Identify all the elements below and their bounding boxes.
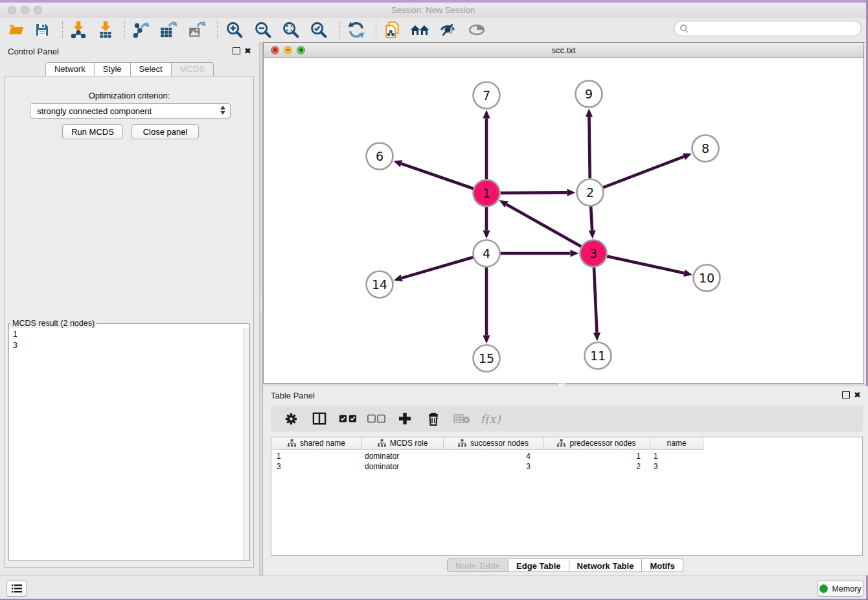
hierarchy-icon (378, 439, 386, 447)
open-folder-icon[interactable] (5, 20, 27, 40)
split-columns-icon[interactable] (310, 410, 329, 427)
column-header[interactable]: MCDS role (362, 437, 444, 450)
homes-icon[interactable] (409, 20, 431, 40)
graph-edge[interactable] (594, 267, 597, 332)
application-window: Session: New Session (0, 0, 868, 600)
tab-mcds[interactable]: MCDS (172, 62, 214, 76)
memory-status-icon (819, 584, 828, 593)
run-mcds-button[interactable]: Run MCDS (62, 124, 123, 139)
graph-edge[interactable] (589, 117, 589, 178)
table-row[interactable]: 3 dominator 3 2 3 (271, 461, 862, 472)
float-panel-icon[interactable] (233, 47, 240, 54)
toolbar-separator (124, 21, 126, 38)
graph-node-label: 9 (585, 87, 593, 101)
tab-select[interactable]: Select (131, 62, 172, 76)
duplicate-network-icon[interactable] (382, 20, 404, 40)
graph-edge-arrowhead (683, 153, 692, 159)
deselect-all-icon[interactable] (367, 410, 386, 427)
delete-icon[interactable] (424, 410, 443, 427)
list-icon (12, 584, 22, 593)
add-icon[interactable] (395, 410, 415, 427)
graph-node-label: 7 (483, 88, 490, 102)
node-table[interactable]: shared name MCDS role successor nodes pr… (271, 437, 863, 556)
mcds-panel-body: Optimization criterion: strongly connect… (5, 76, 254, 568)
table-row[interactable]: 1 dominator 4 1 1 (271, 451, 862, 461)
network-graph[interactable]: 1234678910111415 (264, 58, 863, 383)
select-stepper-icon (220, 106, 225, 115)
graph-edge[interactable] (402, 257, 473, 278)
show-panel-list-button[interactable] (6, 581, 27, 597)
control-panel: Control Panel ✖ Network Style Select MCD… (0, 42, 259, 575)
float-panel-icon[interactable] (842, 391, 850, 398)
function-builder-icon[interactable]: f(x) (481, 410, 500, 427)
graph-node-label: 15 (479, 351, 494, 365)
close-panel-icon[interactable]: ✖ (244, 47, 251, 55)
memory-button[interactable]: Memory (817, 581, 863, 597)
cell-name: 1 (654, 452, 658, 461)
titlebar[interactable]: Session: New Session (0, 3, 866, 19)
graph-edge[interactable] (402, 164, 474, 189)
network-window-titlebar[interactable]: scc.txt (264, 43, 863, 58)
result-scrollbar[interactable] (243, 328, 249, 560)
tab-edge-table[interactable]: Edge Table (508, 559, 569, 572)
column-header[interactable]: predecessor nodes (543, 437, 650, 450)
network-canvas[interactable]: 1234678910111415 (264, 58, 863, 383)
select-all-icon[interactable] (338, 410, 358, 427)
graph-edge[interactable] (500, 192, 567, 193)
toolbar-separator (376, 21, 377, 38)
cell-shared-name: 1 (277, 452, 281, 461)
graph-edge[interactable] (607, 257, 684, 273)
eye-icon[interactable] (466, 20, 488, 40)
graph-node-label: 10 (699, 271, 714, 285)
cell-successor-nodes: 4 (492, 452, 531, 461)
column-label: name (667, 439, 686, 448)
vertical-split-handle[interactable] (260, 295, 262, 314)
tab-motifs[interactable]: Motifs (642, 559, 683, 572)
main-toolbar (0, 18, 866, 43)
zoom-in-icon[interactable] (223, 20, 246, 40)
close-panel-button[interactable]: Close panel (131, 124, 199, 139)
graph-edge-arrowhead (394, 275, 403, 282)
save-icon[interactable] (31, 20, 53, 40)
search-field[interactable] (674, 21, 862, 36)
zoom-out-icon[interactable] (252, 20, 274, 40)
cell-successor-nodes: 3 (492, 462, 531, 471)
zoom-fit-icon[interactable] (280, 20, 302, 40)
cell-name: 3 (654, 462, 658, 471)
refresh-icon[interactable] (345, 20, 367, 40)
hide-eye-icon[interactable] (437, 20, 459, 40)
export-image-icon[interactable] (186, 20, 208, 40)
tab-node-table[interactable]: Node Table (447, 559, 508, 572)
graph-edge[interactable] (603, 157, 684, 188)
import-table-icon[interactable] (95, 20, 117, 40)
status-bar: Memory (0, 575, 866, 599)
graph-edge-arrowhead (567, 189, 575, 196)
toolbar-separator (217, 21, 218, 38)
column-header[interactable]: name (650, 437, 703, 450)
export-network-icon[interactable] (130, 20, 152, 40)
memory-label: Memory (832, 584, 861, 594)
column-header[interactable]: successor nodes (444, 437, 543, 450)
graph-node-label: 3 (589, 246, 597, 260)
cell-mcds-role: dominator (365, 462, 399, 471)
graph-edge-arrowhead (586, 108, 593, 117)
tab-style[interactable]: Style (95, 62, 131, 76)
graph-edge[interactable] (507, 204, 581, 246)
graph-edge-arrowhead (683, 270, 692, 277)
network-view-window: scc.txt 1234678910111415 (263, 42, 864, 384)
mcds-result-line: 3 (13, 340, 17, 351)
graph-edge[interactable] (591, 206, 592, 230)
optimization-select[interactable]: strongly connected component (30, 103, 231, 119)
export-table-icon[interactable] (157, 20, 179, 40)
tab-network-table[interactable]: Network Table (569, 559, 643, 572)
close-panel-icon[interactable]: ✖ (854, 391, 861, 399)
search-input[interactable] (692, 23, 861, 34)
zoom-selected-icon[interactable] (308, 20, 330, 40)
column-header[interactable]: shared name (271, 437, 362, 450)
delete-table-icon[interactable] (452, 410, 472, 427)
import-network-icon[interactable] (67, 20, 89, 40)
graph-edge-arrowhead (589, 230, 596, 238)
gear-icon[interactable] (281, 410, 301, 427)
tab-network[interactable]: Network (45, 62, 95, 76)
graph-node-label: 2 (586, 185, 594, 200)
